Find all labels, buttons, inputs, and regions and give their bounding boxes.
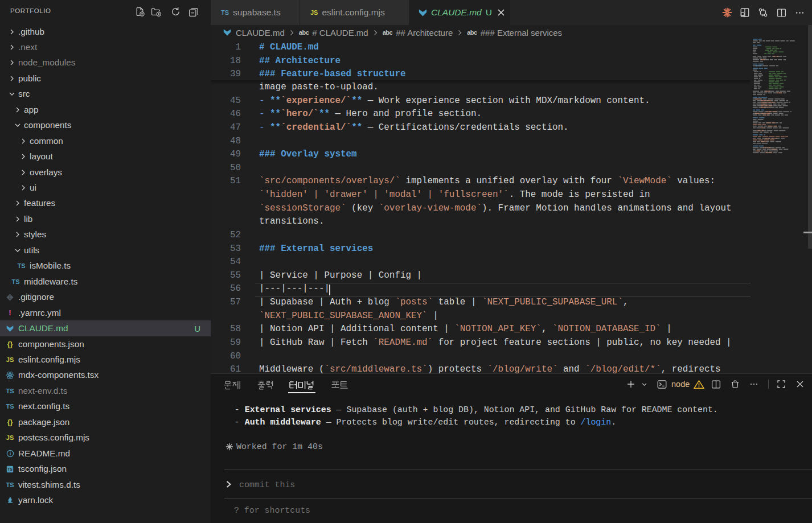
svg-text:TS: TS (7, 467, 13, 471)
